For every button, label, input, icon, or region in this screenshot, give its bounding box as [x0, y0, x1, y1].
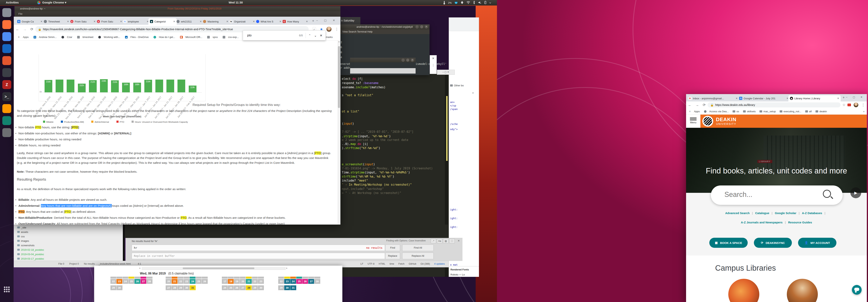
scroll-up-arrow[interactable]: ▲ [338, 41, 340, 42]
activities-button[interactable]: Activities [6, 1, 19, 4]
tab-close-icon[interactable]: ✕ [92, 20, 95, 23]
dock-app-thunderbird[interactable] [2, 44, 11, 53]
status-item[interactable]: UTF-8 [368, 263, 374, 265]
extension-icon[interactable]: ⋯ [847, 104, 851, 106]
status-item[interactable]: File 0 [58, 263, 64, 265]
dock-app-libreoffice[interactable] [2, 128, 11, 137]
status-item[interactable]: time [390, 263, 394, 265]
tab-close-icon[interactable]: ✕ [836, 97, 839, 100]
tree-item-2019-03-04_postdoc[interactable]: 2019-03-04_postdoc [17, 253, 44, 256]
dock-app-files[interactable] [2, 8, 11, 17]
tab-wrk21511[interactable]: wrk21511✕ [175, 18, 203, 25]
chevron-down-icon[interactable] [489, 1, 491, 4]
calendar-day-18[interactable]: 18 [228, 279, 234, 284]
find-all-button[interactable]: Find All [402, 244, 434, 251]
bookmark-star-icon[interactable]: ☆ [842, 103, 845, 107]
background-terminal-titlebar[interactable]: andrew@andrew-ltp: ~ From Saturday 30/12… [14, 6, 340, 11]
campus-photo[interactable] [787, 279, 818, 302]
my-account-button[interactable]: 👤MY ACCOUNT [798, 238, 836, 248]
widget-icon[interactable] [461, 1, 464, 5]
calendar-day-25[interactable]: 25 [195, 279, 202, 284]
forward-icon[interactable]: → [23, 27, 27, 31]
find-next-icon[interactable]: ⌄ [314, 34, 317, 37]
calendar-day-27[interactable]: 27 [240, 285, 246, 290]
scrollbar-thumb[interactable] [183, 268, 254, 269]
bookmark-deakin[interactable]: deakin [815, 110, 827, 113]
back-icon[interactable]: ← [688, 103, 691, 107]
clock[interactable]: Wed 11:30 [228, 1, 243, 4]
replace-all-button[interactable]: Replace All [402, 253, 434, 259]
find-option-.*[interactable]: .* [431, 239, 436, 243]
quick-link-google-scholar[interactable]: Google Scholar [775, 211, 796, 215]
terminal-menubar[interactable]: View Search Terminal Help [340, 29, 430, 34]
status-file-path[interactable]: _includes/timeslice-week.html [99, 263, 131, 265]
bookmark-spss[interactable]: spss [207, 36, 218, 39]
vertical-scrollbar[interactable]: ▲ [338, 41, 340, 225]
menu-button[interactable]: Menu [689, 117, 698, 124]
bookmark-apps[interactable]: ⠿Apps [688, 110, 700, 113]
calendar-day-28[interactable]: 28 [246, 285, 252, 290]
calendar-day-26[interactable]: 26 [302, 279, 308, 284]
bookmark-os[interactable]: os [733, 110, 739, 113]
calendar-day-21[interactable]: 21 [172, 279, 178, 284]
address-bar[interactable]: 🔒 https://www.deakin.edu.au/library [708, 102, 840, 107]
search-icon[interactable] [823, 190, 831, 198]
indicator-blue-icon[interactable] [454, 1, 458, 5]
library-search-bar[interactable]: Search... [711, 186, 843, 205]
bookmark-timesheet[interactable]: timesheet [77, 36, 93, 39]
calendar-day-21[interactable]: 21 [246, 279, 252, 284]
bookmark-working-with-[interactable]: Working with... [98, 36, 120, 39]
kebab-menu-icon[interactable]: ⋮ [430, 63, 436, 67]
status-item[interactable]: Fetch [398, 263, 404, 265]
status-cursor-position[interactable]: 4:1 [138, 263, 141, 265]
dock-app-remmina[interactable] [2, 116, 11, 125]
quick-link-a-z-databases[interactable]: A-Z Databases [802, 211, 822, 215]
calendar-day-26[interactable]: 26 [202, 279, 208, 284]
calendar-day-31[interactable]: 31 [290, 285, 297, 290]
tab-google-ca[interactable]: 31Google Ca✕ [16, 18, 44, 25]
tab-close-icon[interactable]: ✕ [225, 20, 228, 23]
calendar-day-30[interactable]: 30 [284, 285, 290, 290]
find-option-▤[interactable]: ▤ [443, 239, 448, 243]
calendar-day-22[interactable]: 22 [110, 279, 117, 284]
close-icon[interactable]: ✕ [458, 239, 460, 242]
status-item[interactable]: No results [84, 263, 95, 265]
status-item[interactable]: HTML [379, 263, 385, 265]
calendar-day-23[interactable]: 23 [258, 279, 264, 284]
tab-library-home-library[interactable]: ◈Library Home | Library✕ [788, 95, 841, 101]
window-controls[interactable]: −▢✕ [415, 25, 428, 29]
deakin-logo[interactable] [702, 116, 713, 127]
book-a-space-button[interactable]: ▦BOOK A SPACE [709, 238, 748, 248]
calendar-day-23[interactable]: 23 [284, 279, 290, 284]
tab-organizati[interactable]: WOrganizati✕ [228, 18, 256, 25]
tab-mastering[interactable]: Mastering✕ [202, 18, 230, 25]
bookmark-access-via-dea-[interactable]: Access via Dea... [704, 110, 729, 113]
new-tab-button[interactable]: + [312, 19, 314, 23]
calendar-day-19[interactable]: 19 [234, 279, 240, 284]
tab-what-are-s[interactable]: What Are S✕ [255, 18, 283, 25]
calendar-day-26[interactable]: 26 [134, 279, 141, 284]
battery-icon[interactable] [484, 1, 487, 5]
tab-close-icon[interactable]: ✕ [146, 20, 149, 23]
other-bookmarks-fragment[interactable]: Other bo [450, 84, 464, 87]
calendar-day-24[interactable]: 24 [222, 285, 228, 290]
forward-icon[interactable]: → [695, 103, 699, 107]
window-controls[interactable]: −▢✕ [401, 59, 414, 62]
tree-item-assets[interactable]: assets [17, 231, 28, 233]
tab-close-icon[interactable]: ✕ [119, 20, 122, 23]
tree-item-screenshots[interactable]: screenshots [17, 244, 34, 247]
find-option-⛶[interactable]: ⛶ [449, 239, 455, 243]
calendar-day-25[interactable]: 25 [128, 279, 135, 284]
status-item[interactable]: GitHub [409, 263, 416, 265]
status-item[interactable]: Git (388) [421, 263, 430, 265]
tab-google-calendar-july-201[interactable]: 31Google Calendar - July 201✕ [738, 95, 790, 101]
window-controls[interactable]: – ▢ ✕ [846, 96, 865, 99]
bookmark-executing-not-[interactable]: executing_not... [780, 110, 801, 113]
find-input[interactable]: hr no results [132, 245, 385, 251]
bookmark-files-onedrive[interactable]: ☁Files - OneDrive [125, 36, 149, 39]
kebab-menu-icon[interactable]: ⋮ [861, 103, 865, 107]
scroll-left-arrow[interactable]: ◂ [139, 267, 140, 269]
thermometer-icon[interactable] [443, 1, 445, 5]
dock-app-chrome[interactable] [2, 32, 11, 41]
refresh-icon[interactable]: ⟳ [703, 103, 706, 107]
